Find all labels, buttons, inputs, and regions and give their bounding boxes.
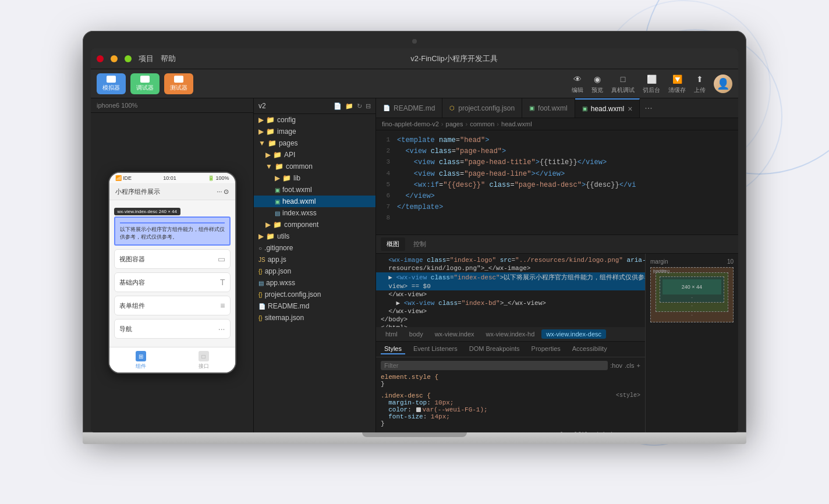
toolbar-preview-btn[interactable]: ◉ 预览 [591, 73, 603, 94]
style-val-margin-top: 10px; [434, 399, 454, 406]
file-refresh-icon[interactable]: ↻ [357, 102, 362, 110]
styles-tab-styles[interactable]: Styles [381, 344, 405, 354]
style-selector-element: element.style { [381, 374, 438, 381]
tree-item-lib[interactable]: ▶ 📁 lib [254, 172, 375, 184]
folder-arrow-lib: ▶ [275, 174, 280, 182]
devtools-tab-overview[interactable]: 概图 [381, 237, 405, 251]
phone-component-视图容器[interactable]: 视图容器 ▭ [114, 249, 231, 269]
box-border-bottom: - [660, 303, 724, 308]
tree-item-sitemap[interactable]: {} sitemap.json [254, 312, 375, 324]
tree-item-head-wxml[interactable]: ▣ head.wxml [254, 196, 375, 207]
folder-icon-common: 📁 [275, 162, 284, 171]
tab-head-wxml[interactable]: ▣ head.wxml × [575, 98, 640, 118]
tree-item-index-wxss[interactable]: ▤ index.wxss [254, 207, 375, 219]
devtools-left: <wx-image class="index-logo" src="../res… [376, 254, 645, 432]
devtools-dom[interactable]: <wx-image class="index-logo" src="../res… [376, 254, 645, 327]
style-rule-index-desc: .index-desc { <style> margin-top: 10px; … [381, 392, 640, 427]
box-margin-bottom: - [656, 312, 728, 317]
tree-item-common[interactable]: ▼ 📁 common [254, 161, 375, 172]
styles-tab-event[interactable]: Event Listeners [410, 344, 461, 354]
phone-component-导航[interactable]: 导航 ··· [114, 319, 231, 339]
mode-simulate-button[interactable]: 模拟器 [97, 73, 126, 94]
tree-item-app-wxss[interactable]: ▤ app.wxss [254, 277, 375, 289]
tab-more-button[interactable]: ··· [640, 103, 657, 113]
toolbar-device-btn[interactable]: □ 真机调试 [611, 73, 635, 94]
elem-tab-wx-view-desc[interactable]: wx-view.index-desc [541, 329, 606, 339]
debug-icon [140, 76, 150, 83]
style-pseudo-hover[interactable]: :hov [610, 362, 622, 369]
tab-readme-label: README.md [394, 104, 435, 112]
elem-tab-wx-view-hd[interactable]: wx-view.index-hd [481, 329, 540, 339]
tree-item-gitignore[interactable]: ○ .gitignore [254, 242, 375, 254]
breadcrumb-file: head.wxml [501, 120, 532, 127]
tab-bar: 📄 README.md ⬡ project.config.json ▣ foot… [376, 98, 738, 118]
style-filter-input[interactable] [381, 361, 608, 370]
menu-help[interactable]: 帮助 [161, 54, 176, 64]
phone-highlight-text: 以下将展示小程序官方组件能力，组件样式仅供参考，程式仅供参考。 [120, 226, 225, 240]
styles-tab-access[interactable]: Accessibility [569, 344, 611, 354]
styles-tab-dom[interactable]: DOM Breakpoints [466, 344, 523, 354]
style-add[interactable]: + [637, 362, 640, 369]
mode-debug-button[interactable]: 调试器 [130, 73, 160, 94]
code-area[interactable]: 1 <template name="head"> 2 <view class="… [376, 130, 738, 235]
tree-item-utils[interactable]: ▶ 📁 utils [254, 230, 375, 242]
tree-item-app-js[interactable]: JS app.js [254, 254, 375, 265]
style-pseudo-cls[interactable]: .cls [625, 362, 635, 369]
phone-nav-components[interactable]: ⊞ 组件 [136, 351, 146, 370]
code-panel: 📄 README.md ⬡ project.config.json ▣ foot… [376, 98, 738, 432]
tree-item-foot-wxml[interactable]: ▣ foot.wxml [254, 184, 375, 196]
avatar[interactable]: 👤 [714, 74, 732, 93]
tree-item-pages[interactable]: ▼ 📁 pages [254, 137, 375, 149]
folder-arrow-component: ▶ [265, 221, 271, 229]
tree-item-name-config: config [277, 116, 296, 124]
tree-item-component[interactable]: ▶ 📁 component [254, 219, 375, 230]
styles-tab-props[interactable]: Properties [528, 344, 564, 354]
window-close-button[interactable] [97, 55, 104, 62]
nav-interface-icon: □ [199, 351, 209, 361]
tab-project-config[interactable]: ⬡ project.config.json [442, 98, 522, 118]
tree-item-readme[interactable]: 📄 README.md [254, 300, 375, 312]
tree-item-project-config[interactable]: {} project.config.json [254, 289, 375, 300]
devtools-tab-control[interactable]: 控制 [408, 237, 432, 251]
mode-test-button[interactable]: 测试器 [164, 73, 193, 94]
tree-item-app-json[interactable]: {} app.json [254, 265, 375, 277]
avatar-icon: 👤 [717, 77, 729, 90]
phone-component-表单组件[interactable]: 表单组件 ≡ [114, 296, 231, 315]
phone-nav-interface[interactable]: □ 接口 [199, 351, 209, 370]
toolbar-edit-btn[interactable]: 👁 编辑 [572, 73, 583, 94]
tree-item-config[interactable]: ▶ 📁 config [254, 114, 375, 126]
html-line-8: </body> [376, 315, 645, 324]
file-collapse-icon[interactable]: ⊟ [366, 102, 371, 110]
toolbar-cut-btn[interactable]: ⬜ 切后台 [643, 73, 660, 94]
tab-head-wxml-close[interactable]: × [628, 105, 632, 113]
tab-readme[interactable]: 📄 README.md [376, 98, 442, 118]
window-minimize-button[interactable] [111, 55, 118, 62]
tree-item-api[interactable]: ▶ 📁 API [254, 149, 375, 161]
phone-device: 📶 IDE 10:01 🔋 100% 小程序组件展示 ··· ⊙ [108, 172, 236, 374]
file-icon-app-json: {} [258, 268, 263, 275]
tree-item-name-readme: README.md [268, 302, 309, 310]
menu-project[interactable]: 项目 [139, 54, 154, 64]
toolbar-clear-btn[interactable]: 🔽 清缓存 [668, 73, 686, 94]
window-maximize-button[interactable] [125, 55, 132, 62]
tree-item-image[interactable]: ▶ 📁 image [254, 126, 375, 137]
component-icon-0: ▭ [218, 254, 225, 264]
phone-title-bar: 小程序组件展示 ··· ⊙ [109, 184, 235, 200]
line-content-7: </template> [397, 202, 738, 213]
phone-component-基础内容[interactable]: 基础内容 T [114, 272, 231, 292]
elem-tab-body[interactable]: body [405, 329, 428, 339]
title-bar: 项目 帮助 v2-FinClip小程序开发工具 [91, 48, 738, 69]
file-folder-icon[interactable]: 📁 [345, 102, 353, 110]
elem-tab-html[interactable]: html [381, 329, 402, 339]
breadcrumb-pages: pages [446, 120, 463, 127]
tab-foot-wxml[interactable]: ▣ foot.wxml [522, 98, 575, 118]
toolbar-upload-btn[interactable]: ⬆ 上传 [694, 73, 706, 94]
style-prop-color: color [388, 406, 408, 413]
device-label: 真机调试 [611, 86, 635, 94]
line-num-1: 1 [376, 135, 397, 145]
elem-tab-wx-view-index[interactable]: wx-view.index [430, 329, 479, 339]
test-label: 测试器 [170, 84, 187, 92]
file-new-icon[interactable]: 📄 [334, 102, 342, 110]
simulate-label: 模拟器 [102, 84, 120, 92]
color-swatch [416, 407, 421, 412]
